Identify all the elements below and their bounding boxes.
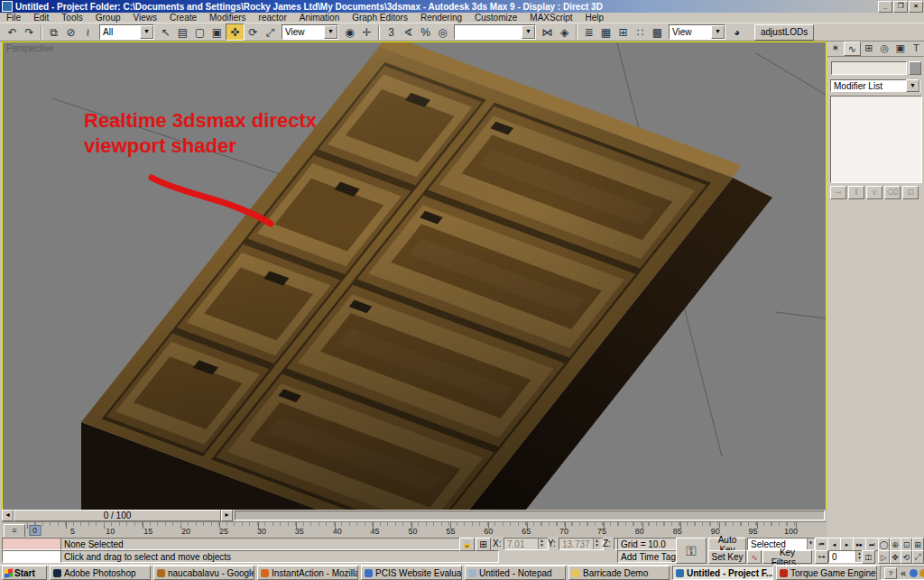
start-button[interactable]: Start bbox=[2, 566, 47, 580]
field-of-view-icon[interactable]: ▷ bbox=[878, 550, 890, 564]
menu-graph-editors[interactable]: Graph Editors bbox=[346, 13, 414, 23]
tray-network-icon[interactable] bbox=[910, 569, 918, 577]
time-slider-right-arrow[interactable]: ▸ bbox=[221, 510, 233, 521]
key-mode-toggle[interactable]: ⊶ bbox=[815, 550, 828, 564]
current-frame-field[interactable]: 0▲▼ bbox=[828, 550, 866, 563]
frame-tick-label[interactable]: 5 bbox=[70, 527, 75, 536]
frame-tick-label[interactable]: 95 bbox=[749, 527, 758, 536]
current-frame-marker[interactable]: 0 bbox=[29, 525, 41, 536]
curve-editor-icon[interactable]: ▦ bbox=[597, 24, 614, 40]
chevron-down-icon[interactable]: ▼ bbox=[140, 25, 153, 39]
angle-snap-icon[interactable]: ∢ bbox=[400, 24, 417, 40]
zoom-all-icon[interactable]: ⊕ bbox=[890, 538, 901, 551]
rect-selection-region-icon[interactable]: ▢ bbox=[191, 24, 208, 40]
open-mini-curve-editor-button[interactable]: ≡ bbox=[4, 524, 25, 538]
undo-icon[interactable]: ↶ bbox=[4, 24, 21, 40]
select-manipulate-icon[interactable]: ✛ bbox=[358, 24, 375, 40]
pan-icon[interactable]: ✥ bbox=[890, 550, 901, 564]
taskbar-item[interactable]: PCIS Website Evaluation... bbox=[361, 566, 462, 580]
chevron-down-icon[interactable]: ▼ bbox=[906, 79, 919, 92]
modifier-stack[interactable] bbox=[830, 96, 922, 183]
quick-render-icon[interactable]: ◕ bbox=[728, 24, 745, 40]
next-frame-button[interactable]: ▸▸ bbox=[853, 538, 866, 551]
default-in-out-tangents-icon[interactable]: ∿ bbox=[747, 550, 762, 564]
adjustlods-button[interactable]: adjustLODs bbox=[754, 24, 814, 41]
object-color-swatch[interactable] bbox=[909, 61, 921, 75]
x-spinner[interactable]: ▲▼ bbox=[538, 539, 545, 549]
set-keys-button[interactable]: ⚿ bbox=[676, 538, 707, 564]
chevron-down-icon[interactable]: ▼ bbox=[324, 25, 337, 39]
menu-rendering[interactable]: Rendering bbox=[414, 13, 468, 23]
tab-motion-icon[interactable]: ◎ bbox=[877, 41, 893, 56]
unlink-icon[interactable]: ⊘ bbox=[62, 24, 79, 40]
minimize-button[interactable]: _ bbox=[878, 1, 892, 13]
perspective-viewport[interactable]: Perspective bbox=[2, 41, 827, 511]
time-slider-track[interactable] bbox=[235, 511, 825, 520]
zoom-icon[interactable]: ◯ bbox=[878, 538, 890, 551]
frame-tick-label[interactable]: 75 bbox=[597, 527, 606, 536]
align-icon[interactable]: ◈ bbox=[556, 24, 573, 40]
reference-coordinate-dropdown[interactable]: View▼ bbox=[282, 24, 338, 40]
select-by-name-icon[interactable]: ▤ bbox=[174, 24, 191, 40]
show-end-result-button[interactable]: ‖ bbox=[848, 186, 864, 199]
menu-modifiers[interactable]: Modifiers bbox=[203, 13, 253, 23]
frame-tick-label[interactable]: 60 bbox=[484, 527, 493, 536]
frame-tick-label[interactable]: 70 bbox=[559, 527, 568, 536]
taskbar-item[interactable]: Torque Game Engine Ad... bbox=[776, 566, 877, 580]
set-key-button[interactable]: Set Key bbox=[708, 550, 746, 564]
time-configuration-button[interactable]: ◫ bbox=[862, 550, 875, 564]
select-scale-icon[interactable]: ⤢ bbox=[262, 24, 279, 40]
maxscript-mini-listener-pink[interactable] bbox=[2, 538, 63, 550]
frame-tick-label[interactable]: 55 bbox=[446, 527, 455, 536]
selection-filter-dropdown[interactable]: All▼ bbox=[99, 24, 154, 40]
select-link-icon[interactable]: ⧉ bbox=[45, 24, 62, 40]
taskbar-item[interactable]: InstantAction - Mozilla Fi... bbox=[257, 566, 358, 580]
frame-tick-label[interactable]: 15 bbox=[143, 527, 152, 536]
go-to-end-button[interactable]: ⏭ bbox=[865, 538, 879, 551]
taskbar-item[interactable]: Barricade Demo bbox=[568, 566, 670, 580]
tab-display-icon[interactable]: ▣ bbox=[892, 41, 909, 56]
tab-modify-icon[interactable]: ∿ bbox=[844, 41, 862, 56]
remove-modifier-button[interactable]: ⌫ bbox=[884, 186, 901, 199]
tab-hierarchy-icon[interactable]: ⊞ bbox=[861, 41, 877, 56]
zoom-extents-icon[interactable]: ⊡ bbox=[901, 538, 912, 551]
tray-chevron-icon[interactable]: « bbox=[901, 567, 906, 578]
schematic-view-icon[interactable]: ⊞ bbox=[614, 24, 632, 40]
auto-key-button[interactable]: Auto Key bbox=[708, 538, 746, 551]
add-time-tag[interactable]: Add Time Tag bbox=[617, 550, 679, 563]
make-unique-button[interactable]: ∨ bbox=[866, 186, 882, 199]
window-crossing-icon[interactable]: ▣ bbox=[208, 24, 226, 40]
menu-views[interactable]: Views bbox=[127, 13, 164, 23]
frame-tick-label[interactable]: 40 bbox=[333, 527, 342, 536]
snap-toggle-3d-icon[interactable]: 3 bbox=[383, 24, 400, 40]
menu-maxscript[interactable]: MAXScript bbox=[523, 13, 578, 23]
render-setup-icon[interactable]: ▩ bbox=[649, 24, 666, 40]
time-slider-left-arrow[interactable]: ◂ bbox=[2, 510, 14, 521]
min-max-toggle-icon[interactable]: ⤢ bbox=[912, 550, 924, 564]
frame-tick-label[interactable]: 25 bbox=[219, 527, 228, 536]
configure-modifier-sets-button[interactable]: ⊡ bbox=[902, 186, 919, 199]
redo-icon[interactable]: ↷ bbox=[21, 24, 38, 40]
taskbar-item[interactable]: Adobe Photoshop bbox=[50, 566, 151, 580]
taskbar-item[interactable]: naucabalavu - Google Se... bbox=[153, 566, 254, 580]
taskbar-item[interactable]: Untitled - Project F... bbox=[672, 566, 773, 580]
named-selection-sets-dropdown[interactable]: ▼ bbox=[454, 24, 536, 40]
play-button[interactable]: ▸ bbox=[840, 538, 854, 551]
key-filters-button[interactable]: Key Filters... bbox=[762, 550, 812, 564]
zoom-extents-all-icon[interactable]: ⊞ bbox=[912, 538, 924, 551]
frame-tick-label[interactable]: 65 bbox=[522, 527, 531, 536]
frame-tick-label[interactable]: 50 bbox=[408, 527, 417, 536]
tab-create-icon[interactable]: ✶ bbox=[827, 41, 844, 56]
modifier-list-dropdown[interactable]: Modifier List ▼ bbox=[830, 79, 920, 92]
menu-tools[interactable]: Tools bbox=[55, 13, 88, 23]
viewport-label[interactable]: Perspective bbox=[6, 43, 53, 53]
restore-button[interactable]: ❐ bbox=[893, 1, 908, 13]
select-object-icon[interactable]: ↖ bbox=[157, 24, 174, 40]
menu-help[interactable]: Help bbox=[579, 13, 611, 23]
mirror-icon[interactable]: ⋈ bbox=[539, 24, 556, 40]
x-field[interactable]: 7.01▲▼ bbox=[504, 538, 549, 550]
menu-animation[interactable]: Animation bbox=[293, 13, 346, 23]
object-name-field[interactable] bbox=[831, 61, 907, 75]
menu-reactor[interactable]: reactor bbox=[253, 13, 293, 23]
close-button[interactable]: × bbox=[909, 1, 923, 13]
